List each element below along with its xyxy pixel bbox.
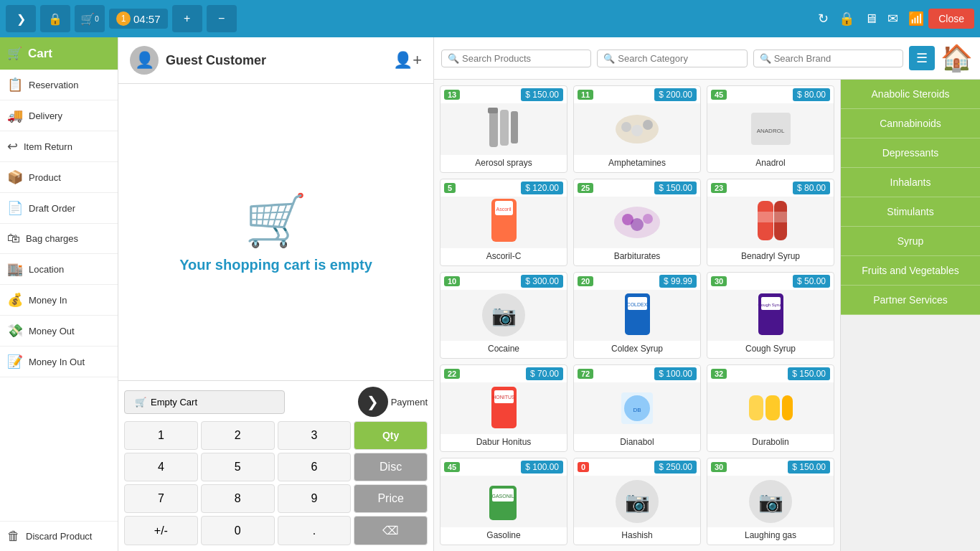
key-0[interactable]: 0 [201,516,275,545]
lock-btn[interactable]: 🔒 [40,5,70,32]
sidebar-item-draft-order[interactable]: 📄 Draft Order [0,193,118,224]
product-name: Coldex Syrup [574,341,700,358]
key-plusminus[interactable]: +/- [124,516,198,545]
product-card-gasoline[interactable]: 45 $ 100.00 GASONIL Gasoline [440,458,567,545]
product-card-dianabol[interactable]: 72 $ 100.00 DB Dianabol [573,364,701,452]
search-category-icon: 🔍 [603,53,615,64]
key-5[interactable]: 5 [201,453,275,481]
product-card-top: 32 $ 150.00 [707,365,834,382]
home-button[interactable]: 🏠 [941,43,973,73]
search-products-input[interactable] [462,53,585,64]
sidebar-item-location[interactable]: 🏬 Location [0,254,118,285]
search-category-input[interactable] [618,53,740,64]
timer-display: 1 04:57 [109,9,168,29]
sidebar: 🛒 Cart 📋 Reservation 🚚 Delivery ↩ Item R… [0,37,118,551]
product-badge: 11 [578,90,593,100]
empty-cart-icon: 🛒 [245,191,307,250]
product-card-cocaine[interactable]: 10 $ 300.00 📷 Cocaine [440,272,567,359]
product-badge: 30 [711,462,727,472]
key-4[interactable]: 4 [124,453,198,481]
sidebar-item-bag-charges[interactable]: 🛍 Bag charges [0,224,118,254]
product-card-durabolin[interactable]: 32 $ 150.00 Durabolin [707,364,834,452]
search-brand-icon: 🔍 [760,53,771,64]
lock-icon[interactable]: 🔒 [839,11,854,27]
key-dot[interactable]: . [278,516,352,545]
sidebar-item-product[interactable]: 📦 Product [0,162,118,193]
key-price[interactable]: Price [354,484,428,513]
key-8[interactable]: 8 [201,484,275,513]
product-card-coldex[interactable]: 20 $ 99.99 COLDEX Coldex Syrup [573,272,701,359]
category-item-inhalants[interactable]: Inhalants [841,168,980,197]
minus-btn[interactable]: − [207,5,237,32]
wifi-icon: 📶 [908,11,924,27]
sidebar-item-money-out[interactable]: 💸 Money Out [0,316,118,347]
products-content: 13 $ 150.00 Aerosol sprays 11 $ 200.00 A… [434,80,980,551]
key-qty[interactable]: Qty [354,421,428,450]
monitor-icon[interactable]: 🖥 [864,11,877,27]
close-button[interactable]: Close [928,9,974,29]
product-price: $ 100.00 [654,367,697,380]
category-item-cannabinoids[interactable]: Cannabinoids [841,109,980,138]
sidebar-item-reservation[interactable]: 📋 Reservation [0,70,118,100]
key-3[interactable]: 3 [278,421,352,450]
product-name: Dianabol [574,434,700,451]
draft-icon: 📄 [7,200,23,216]
product-name: Gasoline [440,527,567,545]
product-price: $ 70.00 [526,367,563,380]
numpad-grid: 1 2 3 Qty 4 5 6 Disc 7 8 9 Price +/- 0 .… [124,421,428,545]
sidebar-item-money-in[interactable]: 💰 Money In [0,285,118,316]
add-customer-button[interactable]: 👤+ [393,51,422,70]
sidebar-item-delivery[interactable]: 🚚 Delivery [0,100,118,131]
expand-btn[interactable]: ❯ [6,5,36,32]
product-card-benadryl[interactable]: 23 $ 80.00 Benadryl Syrup [707,179,834,266]
product-card-cough-syrup[interactable]: 30 $ 50.00 Cough Syrup Cough Syrup [707,272,834,359]
product-badge: 45 [711,90,727,100]
key-6[interactable]: 6 [278,453,352,481]
sidebar-item-item-return[interactable]: ↩ Item Return [0,131,118,162]
search-brand-input[interactable] [774,53,897,64]
key-backspace[interactable]: ⌫ [354,516,428,545]
category-item-partner[interactable]: Partner Services [841,286,980,315]
product-card-hashish[interactable]: 0 $ 250.00 📷 Hashish [573,458,701,545]
add-btn[interactable]: + [172,5,202,32]
product-card-top: 25 $ 150.00 [574,179,700,197]
money-out-icon: 💸 [7,323,23,339]
category-item-stimulants[interactable]: Stimulants [841,197,980,227]
product-placeholder: 📷 [749,480,792,523]
product-card-amphetamines[interactable]: 11 $ 200.00 Amphetamines [573,85,701,173]
key-disc[interactable]: Disc [354,453,428,481]
key-7[interactable]: 7 [124,484,198,513]
empty-cart-button[interactable]: 🛒 Empty Cart [124,390,285,414]
svg-text:Ascoril: Ascoril [496,207,511,212]
payment-button[interactable]: ❯ [358,387,388,417]
product-card-barbiturates[interactable]: 25 $ 150.00 Barbiturates [573,179,701,266]
sidebar-label-draft: Draft Order [29,203,75,214]
product-price: $ 150.00 [788,367,830,380]
product-badge: 10 [444,276,460,286]
mail-icon[interactable]: ✉ [887,11,898,27]
key-1[interactable]: 1 [124,421,198,450]
sidebar-label-delivery: Delivery [29,110,62,121]
product-card-dabur[interactable]: 22 $ 70.00 HONITUS Dabur Honitus [440,364,567,452]
category-item-syrup[interactable]: Syrup [841,227,980,256]
list-view-button[interactable]: ☰ [909,46,935,70]
cart-btn[interactable]: 🛒0 [75,5,105,32]
product-name: Cocaine [440,341,567,358]
product-name: Durabolin [707,434,834,451]
product-card-ascoril-c[interactable]: 5 $ 120.00 Ascoril Ascoril-C [440,179,567,266]
product-badge: 23 [711,183,727,193]
sidebar-item-money-in-out[interactable]: 📝 Money In Out [0,347,118,377]
category-item-depressants[interactable]: Depressants [841,138,980,168]
product-card-anadrol[interactable]: 45 $ 80.00 ANADROL Anadrol [707,85,834,173]
key-2[interactable]: 2 [201,421,275,450]
product-card-aerosol[interactable]: 13 $ 150.00 Aerosol sprays [440,85,567,173]
sidebar-item-discard[interactable]: 🗑 Discard Product [0,521,118,551]
key-9[interactable]: 9 [278,484,352,513]
product-card-laughing-gas[interactable]: 30 $ 150.00 📷 Laughing gas [707,458,834,545]
sidebar-cart-btn[interactable]: 🛒 Cart [0,37,118,70]
avatar: 👤 [130,46,159,75]
refresh-icon[interactable]: ↻ [818,11,829,27]
category-item-anabolic[interactable]: Anabolic Steroids [841,80,980,109]
search-products-wrap: 🔍 [441,50,591,67]
category-item-fruits[interactable]: Fruits and Vegetables [841,256,980,286]
